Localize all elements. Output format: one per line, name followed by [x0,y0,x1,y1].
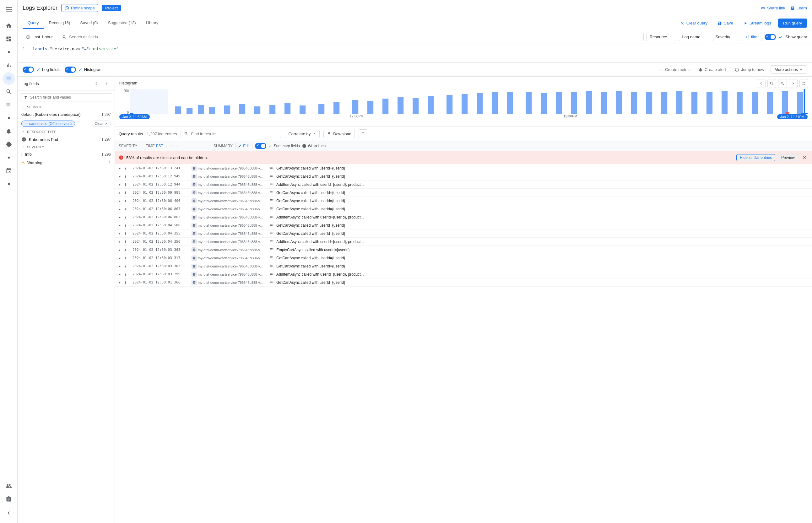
table-row[interactable]: ▸ i 2024-01-02 12:50:03.303 my-otel-demo… [115,262,812,270]
sidebar-collapse-toggle[interactable] [2,507,15,519]
row-expand-icon[interactable]: ▸ [119,231,123,236]
sidebar-search-icon[interactable] [2,85,15,98]
table-row[interactable]: ▸ i 2024-01-02 12:50:04.355 my-otel-demo… [115,230,812,238]
query-editor[interactable]: 1 labels."service.name"="cartservice" [18,44,812,63]
hide-similar-button[interactable]: Hide similar entries [736,154,775,161]
sidebar-list-icon[interactable] [2,98,15,111]
table-row[interactable]: ▸ i 2024-01-02 12:50:08.406 my-otel-demo… [115,197,812,205]
sidebar-settings-gear-icon[interactable] [2,138,15,151]
time-range-button[interactable]: Last 1 hour [23,33,56,41]
sidebar-bell-icon[interactable] [2,125,15,138]
histogram-nav-right[interactable] [789,79,797,88]
row-expand-icon[interactable]: ▸ [119,248,123,252]
add-filter-button[interactable]: +1 filter [742,33,762,41]
run-query-button[interactable]: Run query [778,19,807,28]
more-actions-button[interactable]: More actions [771,65,807,74]
row-menu-icon[interactable] [269,222,274,228]
wrap-lines-toggle[interactable]: Wrap lines [302,144,326,148]
table-row[interactable]: ▸ i 2024-01-02 12:50:06.867 my-otel-demo… [115,205,812,213]
row-menu-icon[interactable] [269,247,274,252]
row-menu-icon[interactable] [269,198,274,203]
download-button[interactable]: Download [323,130,355,138]
create-alert-button[interactable]: Create alert [696,66,728,73]
row-menu-icon[interactable] [269,182,274,187]
learn-button[interactable]: Learn [790,6,807,11]
row-menu-icon[interactable] [269,264,274,269]
row-menu-icon[interactable] [269,165,274,171]
edit-button[interactable]: Edit [235,143,252,149]
row-menu-icon[interactable] [269,214,274,220]
search-fields-box[interactable] [20,93,112,102]
row-expand-icon[interactable]: ▸ [119,182,123,187]
refine-scope-button[interactable]: Refine scope [61,4,98,12]
row-expand-icon[interactable]: ▸ [119,207,123,211]
show-query-switch[interactable] [764,34,776,40]
row-menu-icon[interactable] [269,174,274,179]
search-input[interactable] [69,35,640,39]
table-row[interactable]: ▸ i 2024-01-02 12:50:13.241 my-otel-demo… [115,164,812,172]
histogram-switch[interactable] [65,67,76,73]
table-row[interactable]: ▸ i 2024-01-02 12:50:12.944 my-otel-demo… [115,181,812,189]
expand-button[interactable] [359,129,367,138]
sidebar-pipeline-icon[interactable] [2,164,15,177]
sidebar-dot-icon4[interactable] [2,178,15,190]
row-menu-icon[interactable] [269,190,274,195]
stream-logs-button[interactable]: Stream logs [740,19,774,27]
sidebar-dot-icon2[interactable] [2,112,15,124]
table-row[interactable]: ▸ i 2024-01-02 12:50:04.350 my-otel-demo… [115,238,812,246]
row-expand-icon[interactable]: ▸ [119,264,123,268]
search-all-fields-box[interactable] [59,33,644,41]
sidebar-dot-icon1[interactable] [2,46,15,58]
row-expand-icon[interactable]: ▸ [119,239,123,244]
field-item-default-namespace[interactable]: default (Kubernetes namespace) 1,297 [18,110,114,119]
create-metric-button[interactable]: Create metric [656,66,692,73]
field-item-cartservice[interactable]: cartservice (OTel service) Clear [18,119,114,129]
row-menu-icon[interactable] [269,272,274,277]
row-expand-icon[interactable]: ▸ [119,272,123,276]
field-item-info[interactable]: i Info 1,296 [18,150,114,159]
severity-section-header[interactable]: SEVERITY [18,144,114,150]
row-expand-icon[interactable]: ▸ [119,191,123,195]
find-results-box[interactable] [181,130,281,138]
sidebar-home-icon[interactable] [2,19,15,32]
panel-back-icon[interactable] [92,79,101,88]
zoom-in-button[interactable] [768,79,776,88]
row-expand-icon[interactable]: ▸ [119,256,123,260]
summary-fields-toggle[interactable]: Summary fields [255,143,300,149]
sidebar-logs-icon[interactable] [2,72,15,85]
row-expand-icon[interactable]: ▸ [119,280,123,285]
table-row[interactable]: ▸ i 2024-01-02 12:50:12.949 my-otel-demo… [115,172,812,181]
panel-forward-icon[interactable] [102,79,111,88]
histogram-nav-left[interactable] [757,79,765,88]
sidebar-dot-icon3[interactable] [2,151,15,164]
clear-query-button[interactable]: Clear query [677,19,710,27]
log-fields-toggle[interactable]: Log fields [23,67,60,73]
row-expand-icon[interactable]: ▸ [119,174,123,179]
table-row[interactable]: ▸ i 2024-01-02 12:50:03.317 my-otel-demo… [115,254,812,262]
table-row[interactable]: ▸ i 2024-01-02 12:50:04.500 my-otel-demo… [115,221,812,230]
table-row[interactable]: ▸ i 2024-01-02 12:50:03.363 my-otel-demo… [115,246,812,254]
row-expand-icon[interactable]: ▸ [119,223,123,228]
sidebar-chart-icon[interactable] [2,59,15,72]
clear-cartservice-button[interactable]: Clear [92,121,111,127]
jump-to-now-button[interactable]: Jump to now [732,66,767,73]
tab-saved[interactable]: Saved (0) [75,17,103,29]
table-row[interactable]: ▸ i 2024-01-02 12:50:03.299 my-otel-demo… [115,270,812,278]
resource-type-section-header[interactable]: RESOURCE TYPE [18,129,114,135]
row-menu-icon[interactable] [269,206,274,212]
row-expand-icon[interactable]: ▸ [119,199,123,203]
tab-library[interactable]: Library [141,17,164,29]
histogram-toggle[interactable]: Histogram [65,67,103,73]
log-name-filter-button[interactable]: Log name [679,33,710,41]
row-menu-icon[interactable] [269,239,274,244]
correlate-by-button[interactable]: Correlate by [285,130,320,138]
table-row[interactable]: ▸ i 2024-01-02 12:50:06.863 my-otel-demo… [115,213,812,221]
find-results-input[interactable] [191,131,277,136]
row-menu-icon[interactable] [269,280,274,285]
table-row[interactable]: ▸ i 2024-01-02 12:50:01.366 my-otel-demo… [115,278,812,287]
row-expand-icon[interactable]: ▸ [119,166,123,170]
zoom-out-button[interactable] [778,79,787,88]
severity-filter-button[interactable]: Severity [712,33,739,41]
save-button[interactable]: Save [714,19,736,27]
log-fields-switch[interactable] [23,67,34,73]
